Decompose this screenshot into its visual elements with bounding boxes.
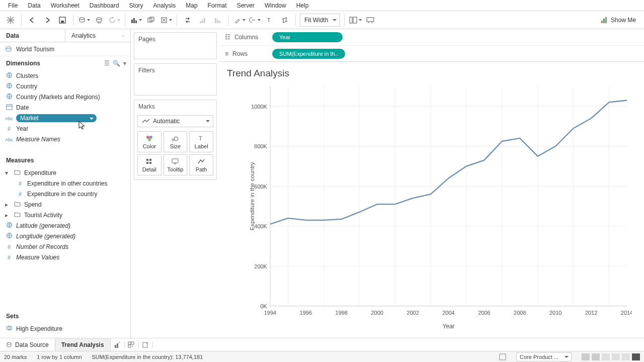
menu-bar: FileDataWorksheetDashboardStoryAnalysisM… bbox=[0, 0, 644, 11]
dimension-year[interactable]: #Year bbox=[0, 123, 130, 134]
dimension-clusters[interactable]: Clusters bbox=[0, 70, 130, 81]
menu-icon[interactable]: ▾ bbox=[123, 60, 126, 67]
svg-text:0K: 0K bbox=[261, 303, 268, 309]
svg-text:1998: 1998 bbox=[336, 309, 348, 315]
new-worksheet-button[interactable] bbox=[129, 14, 142, 27]
menu-server[interactable]: Server bbox=[232, 1, 260, 10]
dimension-date[interactable]: Date bbox=[0, 102, 130, 113]
duplicate-button[interactable] bbox=[144, 14, 157, 27]
svg-rect-31 bbox=[603, 19, 605, 23]
measure-expenditure-in-other-countries[interactable]: #Expenditure in other countries bbox=[0, 178, 130, 189]
show-me-button[interactable]: Show Me bbox=[597, 17, 640, 24]
back-button[interactable] bbox=[26, 14, 39, 27]
columns-shelf[interactable]: ☷Columns Year bbox=[220, 29, 644, 45]
svg-point-44 bbox=[149, 136, 152, 139]
mark-color[interactable]: Color bbox=[137, 131, 162, 152]
dimension-country-markets-and-regions-[interactable]: Country (Markets and Regions) bbox=[0, 92, 130, 102]
fit-value: Fit Width bbox=[304, 17, 328, 24]
cards-button[interactable] bbox=[349, 14, 362, 27]
menu-story[interactable]: Story bbox=[124, 1, 148, 10]
menu-map[interactable]: Map bbox=[181, 1, 202, 10]
svg-point-46 bbox=[172, 139, 174, 141]
sort-desc-button[interactable] bbox=[211, 14, 224, 27]
presentation-button[interactable] bbox=[364, 14, 377, 27]
refresh-button[interactable] bbox=[108, 14, 121, 27]
svg-point-7 bbox=[97, 18, 102, 20]
new-datasource-button[interactable] bbox=[77, 14, 91, 27]
chart-area[interactable]: 0K200K400K600K800K1000K19941996199820002… bbox=[220, 81, 644, 338]
columns-pill[interactable]: Year bbox=[272, 32, 343, 42]
mark-path[interactable]: Path bbox=[189, 154, 213, 175]
datasource-icon bbox=[6, 342, 12, 348]
pin-button[interactable] bbox=[278, 14, 291, 27]
menu-dashboard[interactable]: Dashboard bbox=[85, 1, 124, 10]
datasource-row[interactable]: World Tourism bbox=[0, 42, 130, 56]
new-story-icon[interactable]: + bbox=[139, 341, 153, 348]
dimensions-header: Dimensions ☰🔍▾ bbox=[0, 56, 130, 70]
svg-rect-101 bbox=[500, 354, 506, 360]
logo-icon[interactable] bbox=[4, 14, 17, 27]
pages-card[interactable]: Pages bbox=[134, 32, 217, 59]
status-select[interactable]: Core Product ... bbox=[516, 352, 572, 361]
measure-expenditure-in-the-country[interactable]: #Expenditure in the country bbox=[0, 189, 130, 199]
measure-latitude-generated-[interactable]: Latitude (generated) bbox=[0, 220, 130, 231]
svg-text:400K: 400K bbox=[254, 223, 267, 229]
measures-header: Measures bbox=[0, 153, 130, 167]
nav-icons[interactable] bbox=[582, 353, 640, 360]
svg-rect-27 bbox=[367, 18, 374, 22]
menu-data[interactable]: Data bbox=[23, 1, 45, 10]
sheet-tab-trend[interactable]: Trend Analysis bbox=[55, 338, 111, 351]
folder-expenditure[interactable]: ▾Expenditure bbox=[0, 167, 130, 178]
sheet-tabs: Data Source Trend Analysis + + + bbox=[0, 338, 644, 351]
dimension-measure-names[interactable]: AbcMeasure Names bbox=[0, 134, 130, 144]
folder-spend[interactable]: ▸Spend bbox=[0, 199, 130, 210]
line-icon bbox=[142, 118, 150, 124]
viz-title[interactable]: Trend Analysis bbox=[220, 62, 644, 81]
measure-measure-values[interactable]: #Measure Values bbox=[0, 252, 130, 262]
swap-button[interactable] bbox=[181, 14, 194, 27]
svg-rect-25 bbox=[350, 17, 352, 23]
mark-detail[interactable]: Detail bbox=[137, 154, 162, 175]
clear-button[interactable] bbox=[159, 14, 173, 27]
sort-asc-button[interactable] bbox=[196, 14, 209, 27]
rows-pill[interactable]: SUM(Expenditure in th.. bbox=[272, 49, 345, 59]
new-worksheet-icon[interactable]: + bbox=[111, 341, 125, 348]
group-button[interactable] bbox=[248, 14, 261, 27]
tab-data[interactable]: Data bbox=[0, 29, 65, 42]
filters-card[interactable]: Filters bbox=[134, 63, 217, 96]
measure-number-of-records[interactable]: #Number of Records bbox=[0, 241, 130, 252]
new-dashboard-icon[interactable]: + bbox=[125, 341, 139, 348]
search-icon[interactable]: 🔍 bbox=[113, 60, 120, 67]
pause-updates-button[interactable] bbox=[93, 14, 106, 27]
view-toggle-icon[interactable]: ☰ bbox=[104, 60, 110, 67]
mark-size[interactable]: Size bbox=[164, 131, 188, 152]
datasource-name: World Tourism bbox=[16, 46, 54, 53]
menu-window[interactable]: Window bbox=[260, 1, 291, 10]
forward-button[interactable] bbox=[41, 14, 54, 27]
data-source-tab[interactable]: Data Source bbox=[0, 338, 55, 351]
menu-worksheet[interactable]: Worksheet bbox=[46, 1, 85, 10]
measure-longitude-generated-[interactable]: Longitude (generated) bbox=[0, 231, 130, 241]
svg-text:1994: 1994 bbox=[264, 309, 276, 315]
columns-icon: ☷ bbox=[225, 34, 230, 41]
status-marks: 20 marks bbox=[4, 354, 27, 360]
svg-text:+: + bbox=[145, 341, 148, 346]
menu-format[interactable]: Format bbox=[203, 1, 232, 10]
dimension-market[interactable]: AbcMarket bbox=[0, 113, 130, 123]
menu-help[interactable]: Help bbox=[291, 1, 314, 10]
menu-file[interactable]: File bbox=[3, 1, 23, 10]
save-button[interactable] bbox=[56, 14, 69, 27]
mark-tooltip[interactable]: Tooltip bbox=[164, 154, 188, 175]
menu-analysis[interactable]: Analysis bbox=[148, 1, 181, 10]
dimension-country[interactable]: Country bbox=[0, 81, 130, 92]
labels-button[interactable]: T bbox=[263, 14, 276, 27]
svg-rect-92 bbox=[115, 345, 116, 348]
mark-type-select[interactable]: Automatic bbox=[137, 115, 213, 127]
fit-select[interactable]: Fit Width bbox=[300, 14, 340, 27]
highlight-button[interactable] bbox=[233, 14, 246, 27]
mark-label[interactable]: TLabel bbox=[189, 131, 213, 152]
set-high-expenditure[interactable]: High Expenditure bbox=[0, 323, 130, 334]
folder-tourist-activity[interactable]: ▸Tourist Activity bbox=[0, 210, 130, 220]
tab-analytics[interactable]: Analytics◦ bbox=[65, 29, 130, 42]
rows-shelf[interactable]: ≡Rows SUM(Expenditure in th.. bbox=[220, 45, 644, 61]
